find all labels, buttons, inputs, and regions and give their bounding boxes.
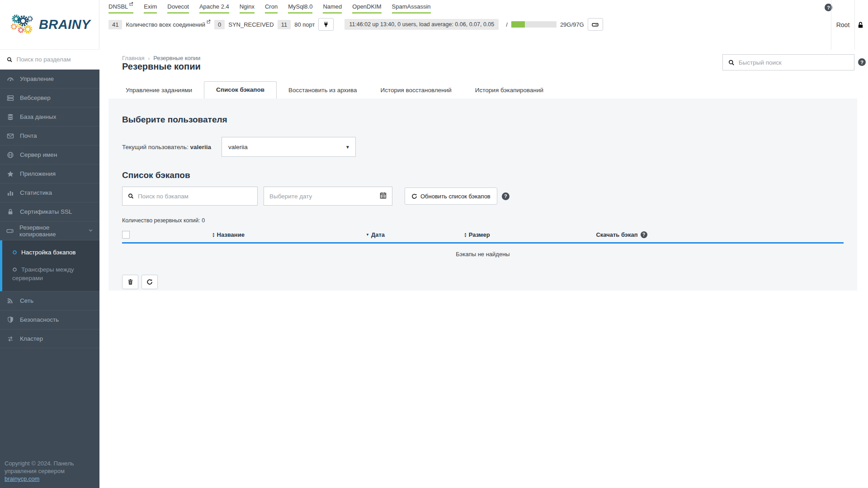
sort-icon: ▲▼ — [212, 232, 215, 237]
syn-count-badge: 0 — [214, 20, 225, 29]
connections-count-badge: 41 — [108, 20, 122, 29]
external-link-icon — [206, 19, 211, 24]
chart-bar-icon — [6, 189, 14, 197]
lock-icon — [857, 21, 864, 28]
uptime-status: 11:46:02 up 13:40, 0 users, load average… — [344, 19, 499, 30]
disk-info-button[interactable] — [588, 18, 603, 31]
chevron-down-icon — [88, 227, 93, 234]
status-bar: 41 Количество всех соединений 0 SYN_RECE… — [108, 18, 603, 31]
sidebar-item-webserver[interactable]: Вебсервер — [0, 89, 99, 108]
delete-selected-button[interactable] — [122, 275, 138, 289]
sidebar-item-database[interactable]: База данных — [0, 108, 99, 127]
sidebar-footer: Copyright © 2024. Панель управления серв… — [5, 460, 95, 483]
sidebar-search-input[interactable] — [16, 56, 93, 63]
refresh-help-icon[interactable]: ? — [502, 192, 509, 200]
exchange-arrows-icon — [6, 336, 14, 342]
backup-date-input[interactable] — [269, 193, 376, 200]
sidebar-item-network[interactable]: Сеть — [0, 291, 99, 310]
sidebar-subitem-server-transfers[interactable]: Трансферы между серверами — [2, 261, 99, 286]
service-link-nginx[interactable]: Nginx — [240, 3, 255, 14]
tab-task-management[interactable]: Управление заданиями — [114, 83, 204, 99]
sidebar-subitem-backup-settings[interactable]: Настройка бэкапов — [2, 244, 99, 261]
sidebar-item-nameserver[interactable]: Сервер имен — [0, 145, 99, 164]
service-link-dnsbl[interactable]: DNSBL — [108, 3, 133, 14]
quick-search — [722, 54, 854, 70]
brainycp-app: BRAINY DNSBL Exim Dovecot Apache 2.4 Ngi… — [0, 0, 868, 488]
sidebar-item-cluster[interactable]: Кластер — [0, 329, 99, 348]
sidebar: Управление Вебсервер База данных Почта — [0, 50, 99, 488]
column-header-size[interactable]: ▲▼ Размер — [434, 231, 520, 238]
service-link-dovecot[interactable]: Dovecot — [167, 3, 189, 14]
current-user-label: Текущий пользователь: valeriia — [122, 144, 222, 150]
brainycp-link[interactable]: brainycp.com — [5, 475, 39, 482]
backup-search-input[interactable] — [138, 193, 252, 200]
tab-backup-history[interactable]: История бэкапирований — [463, 83, 555, 99]
service-link-opendkim[interactable]: OpenDKIM — [352, 3, 381, 14]
refresh-backup-list-button[interactable]: Обновить список бэкапов — [405, 188, 497, 205]
sidebar-item-security[interactable]: Безопасность — [0, 310, 99, 329]
column-header-date[interactable]: ▼ Дата — [316, 231, 434, 238]
disk-usage-label: 29G/97G — [560, 21, 584, 28]
calendar-icon[interactable] — [380, 192, 387, 201]
service-link-named[interactable]: Named — [323, 3, 342, 14]
service-link-apache[interactable]: Apache 2.4 — [199, 3, 229, 14]
service-link-spamassassin[interactable]: SpamAssassin — [392, 3, 431, 14]
logo-text: BRAINY — [39, 17, 90, 32]
search-icon — [128, 193, 134, 199]
backup-submenu: Настройка бэкапов Трансферы между сервер… — [0, 240, 99, 291]
backup-table-header: ▲▼ Название ▼ Дата ▲▼ Размер Скачать бэк… — [122, 227, 844, 244]
column-header-download: Скачать бэкап ? — [520, 231, 723, 238]
server-icon — [6, 94, 14, 102]
brainy-gears-logo-icon — [9, 13, 37, 37]
logo[interactable]: BRAINY — [0, 0, 99, 50]
sidebar-item-ssl[interactable]: Сертификаты SSL — [0, 202, 99, 221]
backup-date-box — [264, 187, 392, 206]
hdd-icon — [592, 21, 599, 28]
empty-table-message: Бэкапы не найдены — [122, 244, 844, 264]
envelope-icon — [6, 132, 14, 140]
connections-plug-button[interactable] — [318, 18, 334, 31]
backup-count-label: Количество резервных копий: 0 — [122, 217, 844, 224]
circle-bullet-icon — [12, 266, 17, 274]
backup-list-panel: Выберите пользователя Текущий пользовате… — [108, 99, 857, 291]
search-icon — [7, 56, 12, 63]
sidebar-item-applications[interactable]: Приложения — [0, 164, 99, 183]
breadcrumb: Главная › Резервные копии — [122, 55, 200, 61]
select-all-checkbox[interactable] — [122, 231, 130, 239]
connections-label[interactable]: Количество всех соединений — [126, 21, 211, 28]
backup-filter-row: Обновить список бэкапов ? — [122, 187, 844, 206]
download-help-icon[interactable]: ? — [641, 231, 647, 238]
tabs-bar: Управление заданиями Список бэкапов Восс… — [114, 81, 555, 99]
reload-table-button[interactable] — [142, 275, 158, 289]
trash-icon — [127, 279, 133, 285]
current-user-row: Текущий пользователь: valeriia valeriia … — [122, 137, 844, 157]
quick-search-help-icon[interactable]: ? — [858, 58, 866, 66]
user-select[interactable]: valeriia ▼ — [222, 137, 356, 157]
logout-lock-button[interactable] — [857, 21, 864, 30]
breadcrumb-separator: › — [148, 56, 150, 61]
breadcrumb-home[interactable]: Главная — [122, 55, 144, 61]
service-link-cron[interactable]: Cron — [265, 3, 278, 14]
table-actions — [122, 275, 844, 289]
sidebar-item-mail[interactable]: Почта — [0, 127, 99, 145]
lock-icon — [6, 208, 14, 215]
sidebar-item-management[interactable]: Управление — [0, 70, 99, 89]
top-header: BRAINY DNSBL Exim Dovecot Apache 2.4 Ngi… — [0, 0, 868, 50]
tab-restore-history[interactable]: История восстановлений — [368, 83, 463, 99]
services-nav: DNSBL Exim Dovecot Apache 2.4 Nginx Cron… — [108, 3, 431, 14]
service-link-exim[interactable]: Exim — [144, 3, 157, 14]
quick-search-input[interactable] — [739, 59, 849, 66]
sidebar-item-statistics[interactable]: Статистика — [0, 183, 99, 202]
tachometer-icon — [6, 75, 14, 83]
current-user-value: valeriia — [190, 144, 211, 150]
header-divider — [854, 0, 855, 50]
tab-backup-list[interactable]: Список бэкапов — [204, 81, 277, 99]
sidebar-item-backup[interactable]: Резервное копирование — [0, 221, 99, 240]
search-icon — [728, 59, 735, 66]
column-header-name[interactable]: ▲▼ Название — [140, 231, 316, 238]
refresh-icon — [411, 193, 417, 199]
shield-icon — [6, 316, 14, 323]
user-menu[interactable]: Root — [831, 0, 854, 50]
service-link-mysql[interactable]: MySql8.0 — [288, 3, 312, 14]
tab-restore-from-archive[interactable]: Восстановить из архива — [277, 83, 368, 99]
